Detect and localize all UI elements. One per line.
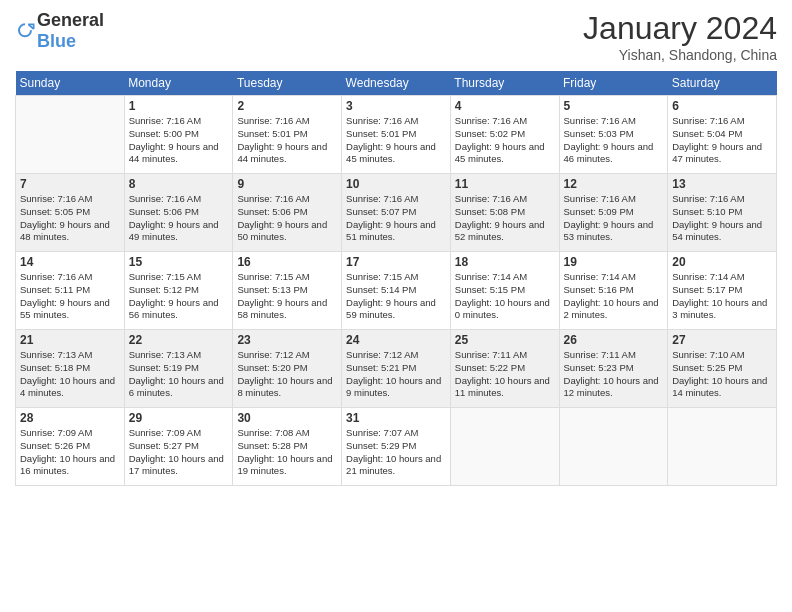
day-number: 25 xyxy=(455,333,555,347)
calendar-cell: 9Sunrise: 7:16 AMSunset: 5:06 PMDaylight… xyxy=(233,174,342,252)
calendar-cell: 18Sunrise: 7:14 AMSunset: 5:15 PMDayligh… xyxy=(450,252,559,330)
day-number: 16 xyxy=(237,255,337,269)
day-number: 8 xyxy=(129,177,229,191)
logo-text: General Blue xyxy=(37,10,104,52)
calendar-table: SundayMondayTuesdayWednesdayThursdayFrid… xyxy=(15,71,777,486)
day-info: Sunrise: 7:16 AMSunset: 5:00 PMDaylight:… xyxy=(129,115,229,166)
day-info: Sunrise: 7:16 AMSunset: 5:01 PMDaylight:… xyxy=(346,115,446,166)
calendar-cell: 6Sunrise: 7:16 AMSunset: 5:04 PMDaylight… xyxy=(668,96,777,174)
day-info: Sunrise: 7:15 AMSunset: 5:12 PMDaylight:… xyxy=(129,271,229,322)
day-info: Sunrise: 7:11 AMSunset: 5:23 PMDaylight:… xyxy=(564,349,664,400)
day-number: 9 xyxy=(237,177,337,191)
day-number: 13 xyxy=(672,177,772,191)
calendar-cell: 15Sunrise: 7:15 AMSunset: 5:12 PMDayligh… xyxy=(124,252,233,330)
day-number: 12 xyxy=(564,177,664,191)
calendar-cell xyxy=(16,96,125,174)
calendar-cell: 23Sunrise: 7:12 AMSunset: 5:20 PMDayligh… xyxy=(233,330,342,408)
location: Yishan, Shandong, China xyxy=(583,47,777,63)
month-title: January 2024 xyxy=(583,10,777,47)
day-info: Sunrise: 7:16 AMSunset: 5:07 PMDaylight:… xyxy=(346,193,446,244)
day-number: 18 xyxy=(455,255,555,269)
weekday-header: Monday xyxy=(124,71,233,96)
weekday-header: Friday xyxy=(559,71,668,96)
day-info: Sunrise: 7:16 AMSunset: 5:11 PMDaylight:… xyxy=(20,271,120,322)
day-number: 26 xyxy=(564,333,664,347)
day-number: 27 xyxy=(672,333,772,347)
day-number: 1 xyxy=(129,99,229,113)
day-info: Sunrise: 7:16 AMSunset: 5:02 PMDaylight:… xyxy=(455,115,555,166)
calendar-cell: 14Sunrise: 7:16 AMSunset: 5:11 PMDayligh… xyxy=(16,252,125,330)
weekday-header: Wednesday xyxy=(342,71,451,96)
calendar-cell xyxy=(450,408,559,486)
header: General Blue January 2024 Yishan, Shando… xyxy=(15,10,777,63)
day-info: Sunrise: 7:07 AMSunset: 5:29 PMDaylight:… xyxy=(346,427,446,478)
day-number: 29 xyxy=(129,411,229,425)
main-container: General Blue January 2024 Yishan, Shando… xyxy=(0,0,792,496)
day-info: Sunrise: 7:16 AMSunset: 5:01 PMDaylight:… xyxy=(237,115,337,166)
day-number: 10 xyxy=(346,177,446,191)
calendar-cell: 12Sunrise: 7:16 AMSunset: 5:09 PMDayligh… xyxy=(559,174,668,252)
day-info: Sunrise: 7:16 AMSunset: 5:04 PMDaylight:… xyxy=(672,115,772,166)
day-info: Sunrise: 7:13 AMSunset: 5:18 PMDaylight:… xyxy=(20,349,120,400)
calendar-week-row: 21Sunrise: 7:13 AMSunset: 5:18 PMDayligh… xyxy=(16,330,777,408)
day-info: Sunrise: 7:14 AMSunset: 5:15 PMDaylight:… xyxy=(455,271,555,322)
day-info: Sunrise: 7:16 AMSunset: 5:10 PMDaylight:… xyxy=(672,193,772,244)
logo-icon xyxy=(15,21,35,41)
calendar-cell: 31Sunrise: 7:07 AMSunset: 5:29 PMDayligh… xyxy=(342,408,451,486)
calendar-cell: 20Sunrise: 7:14 AMSunset: 5:17 PMDayligh… xyxy=(668,252,777,330)
calendar-cell xyxy=(668,408,777,486)
day-number: 14 xyxy=(20,255,120,269)
day-info: Sunrise: 7:10 AMSunset: 5:25 PMDaylight:… xyxy=(672,349,772,400)
calendar-cell: 26Sunrise: 7:11 AMSunset: 5:23 PMDayligh… xyxy=(559,330,668,408)
calendar-cell: 10Sunrise: 7:16 AMSunset: 5:07 PMDayligh… xyxy=(342,174,451,252)
logo-blue: Blue xyxy=(37,31,76,51)
day-number: 3 xyxy=(346,99,446,113)
day-info: Sunrise: 7:09 AMSunset: 5:27 PMDaylight:… xyxy=(129,427,229,478)
calendar-cell: 30Sunrise: 7:08 AMSunset: 5:28 PMDayligh… xyxy=(233,408,342,486)
day-number: 6 xyxy=(672,99,772,113)
calendar-cell: 11Sunrise: 7:16 AMSunset: 5:08 PMDayligh… xyxy=(450,174,559,252)
day-number: 21 xyxy=(20,333,120,347)
calendar-cell: 4Sunrise: 7:16 AMSunset: 5:02 PMDaylight… xyxy=(450,96,559,174)
day-number: 5 xyxy=(564,99,664,113)
calendar-cell: 24Sunrise: 7:12 AMSunset: 5:21 PMDayligh… xyxy=(342,330,451,408)
calendar-cell: 29Sunrise: 7:09 AMSunset: 5:27 PMDayligh… xyxy=(124,408,233,486)
day-number: 22 xyxy=(129,333,229,347)
day-number: 4 xyxy=(455,99,555,113)
day-number: 30 xyxy=(237,411,337,425)
calendar-cell: 5Sunrise: 7:16 AMSunset: 5:03 PMDaylight… xyxy=(559,96,668,174)
calendar-cell: 21Sunrise: 7:13 AMSunset: 5:18 PMDayligh… xyxy=(16,330,125,408)
calendar-cell: 16Sunrise: 7:15 AMSunset: 5:13 PMDayligh… xyxy=(233,252,342,330)
day-number: 24 xyxy=(346,333,446,347)
day-number: 31 xyxy=(346,411,446,425)
day-info: Sunrise: 7:13 AMSunset: 5:19 PMDaylight:… xyxy=(129,349,229,400)
day-number: 20 xyxy=(672,255,772,269)
day-number: 19 xyxy=(564,255,664,269)
calendar-cell: 3Sunrise: 7:16 AMSunset: 5:01 PMDaylight… xyxy=(342,96,451,174)
day-number: 23 xyxy=(237,333,337,347)
day-info: Sunrise: 7:12 AMSunset: 5:21 PMDaylight:… xyxy=(346,349,446,400)
calendar-cell: 13Sunrise: 7:16 AMSunset: 5:10 PMDayligh… xyxy=(668,174,777,252)
day-number: 11 xyxy=(455,177,555,191)
day-info: Sunrise: 7:15 AMSunset: 5:13 PMDaylight:… xyxy=(237,271,337,322)
title-section: January 2024 Yishan, Shandong, China xyxy=(583,10,777,63)
day-info: Sunrise: 7:14 AMSunset: 5:16 PMDaylight:… xyxy=(564,271,664,322)
calendar-cell: 25Sunrise: 7:11 AMSunset: 5:22 PMDayligh… xyxy=(450,330,559,408)
day-info: Sunrise: 7:16 AMSunset: 5:05 PMDaylight:… xyxy=(20,193,120,244)
calendar-cell: 8Sunrise: 7:16 AMSunset: 5:06 PMDaylight… xyxy=(124,174,233,252)
logo-general: General xyxy=(37,10,104,30)
logo: General Blue xyxy=(15,10,104,52)
calendar-cell: 1Sunrise: 7:16 AMSunset: 5:00 PMDaylight… xyxy=(124,96,233,174)
calendar-cell: 2Sunrise: 7:16 AMSunset: 5:01 PMDaylight… xyxy=(233,96,342,174)
weekday-header-row: SundayMondayTuesdayWednesdayThursdayFrid… xyxy=(16,71,777,96)
calendar-cell: 22Sunrise: 7:13 AMSunset: 5:19 PMDayligh… xyxy=(124,330,233,408)
day-info: Sunrise: 7:15 AMSunset: 5:14 PMDaylight:… xyxy=(346,271,446,322)
day-info: Sunrise: 7:16 AMSunset: 5:09 PMDaylight:… xyxy=(564,193,664,244)
calendar-week-row: 1Sunrise: 7:16 AMSunset: 5:00 PMDaylight… xyxy=(16,96,777,174)
day-number: 2 xyxy=(237,99,337,113)
day-info: Sunrise: 7:14 AMSunset: 5:17 PMDaylight:… xyxy=(672,271,772,322)
day-number: 28 xyxy=(20,411,120,425)
day-info: Sunrise: 7:09 AMSunset: 5:26 PMDaylight:… xyxy=(20,427,120,478)
calendar-cell: 28Sunrise: 7:09 AMSunset: 5:26 PMDayligh… xyxy=(16,408,125,486)
weekday-header: Saturday xyxy=(668,71,777,96)
